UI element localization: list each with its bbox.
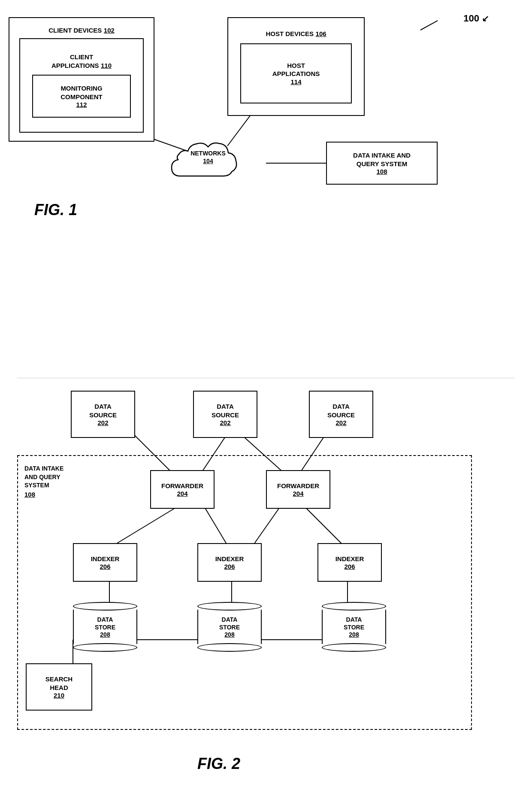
cyl2-top bbox=[197, 602, 262, 611]
monitoring-ref: 112 bbox=[76, 101, 87, 108]
indexer-3: INDEXER 206 bbox=[317, 543, 382, 582]
search-head-ref: 210 bbox=[54, 692, 64, 699]
client-apps-ref: 110 bbox=[101, 62, 112, 69]
data-intake-box-fig1: DATA INTAKE ANDQUERY SYSTEM 108 bbox=[326, 142, 438, 185]
fig2-label: FIG. 2 bbox=[197, 755, 240, 773]
fwd1-title: FORWARDER bbox=[161, 482, 203, 490]
cstore3-title: DATASTORE bbox=[344, 616, 364, 631]
fig2-label-text: FIG. 2 bbox=[197, 755, 240, 772]
search-head-box: SEARCHHEAD 210 bbox=[26, 663, 92, 711]
idx1-ref: 206 bbox=[100, 563, 110, 570]
networks-ref: 104 bbox=[203, 158, 213, 164]
datastore-2: DATASTORE 208 bbox=[197, 601, 262, 653]
fig1-label: FIG. 1 bbox=[34, 201, 77, 219]
client-devices-box: CLIENT DEVICES 102 CLIENTAPPLICATIONS 11… bbox=[9, 17, 154, 142]
cstore1-title: DATASTORE bbox=[95, 616, 115, 631]
system-label-ref: 108 bbox=[24, 491, 35, 498]
system-label-line1: DATA INTAKE bbox=[24, 465, 63, 472]
indexer-2: INDEXER 206 bbox=[197, 543, 262, 582]
host-apps-ref: 114 bbox=[290, 78, 301, 85]
cyl2-bottom bbox=[197, 643, 262, 652]
cyl3-bottom bbox=[322, 643, 386, 652]
cyl3-body: DATASTORE 208 bbox=[322, 610, 386, 644]
cyl1-top bbox=[73, 602, 137, 611]
cyl3-top bbox=[322, 602, 386, 611]
monitoring-title: MONITORINGCOMPONENT bbox=[60, 84, 103, 101]
host-apps-title: HOSTAPPLICATIONS bbox=[272, 61, 320, 78]
system-label: DATA INTAKE AND QUERY SYSTEM 108 bbox=[24, 465, 63, 499]
host-apps-box: HOSTAPPLICATIONS 114 bbox=[240, 43, 352, 103]
fwd1-ref: 204 bbox=[177, 490, 187, 497]
cstore2-ref: 208 bbox=[224, 631, 234, 638]
client-apps-title: CLIENTAPPLICATIONS bbox=[51, 53, 99, 69]
idx1-title: INDEXER bbox=[91, 555, 120, 563]
ds3-ref: 202 bbox=[336, 419, 346, 426]
data-intake-ref-fig1: 108 bbox=[376, 168, 387, 175]
cstore3-ref: 208 bbox=[349, 631, 359, 638]
data-source-3: DATASOURCE 202 bbox=[309, 391, 373, 438]
ds2-ref: 202 bbox=[220, 419, 230, 426]
data-intake-title-fig1: DATA INTAKE ANDQUERY SYSTEM bbox=[353, 151, 411, 168]
idx3-ref: 206 bbox=[344, 563, 355, 570]
networks-title: NETWORKS bbox=[190, 150, 226, 157]
client-devices-title: CLIENT DEVICES bbox=[48, 27, 102, 34]
section-divider bbox=[17, 378, 515, 378]
cstore1-ref: 208 bbox=[100, 631, 110, 638]
ref-100-text: 100 bbox=[463, 13, 479, 24]
fig2-area: DATA INTAKE AND QUERY SYSTEM 108 DATASOU… bbox=[0, 386, 532, 781]
cyl1-bottom bbox=[73, 643, 137, 652]
data-source-1: DATASOURCE 202 bbox=[71, 391, 135, 438]
indexer-1: INDEXER 206 bbox=[73, 543, 137, 582]
datastore-3: DATASTORE 208 bbox=[322, 601, 386, 653]
idx3-title: INDEXER bbox=[336, 555, 364, 563]
datastore-1: DATASTORE 208 bbox=[73, 601, 137, 653]
monitoring-component-box: MONITORINGCOMPONENT 112 bbox=[32, 75, 131, 118]
cyl2-body: DATASTORE 208 bbox=[197, 610, 262, 644]
ds1-ref: 202 bbox=[97, 419, 108, 426]
system-label-line3: SYSTEM bbox=[24, 482, 49, 489]
ref-100: 100 ↙ bbox=[463, 13, 489, 24]
system-label-line2: AND QUERY bbox=[24, 474, 60, 480]
idx2-title: INDEXER bbox=[215, 555, 244, 563]
fig1-area: 100 ↙ CLIENT DEVICES 102 CLIENTAPPLICATI… bbox=[0, 9, 532, 232]
ds2-title: DATASOURCE bbox=[212, 402, 239, 419]
networks-cloud: NETWORKS 104 bbox=[167, 133, 249, 189]
client-devices-ref: 102 bbox=[104, 27, 115, 34]
ds1-title: DATASOURCE bbox=[89, 402, 117, 419]
ds3-title: DATASOURCE bbox=[327, 402, 355, 419]
svg-line-3 bbox=[420, 21, 438, 30]
client-apps-box: CLIENTAPPLICATIONS 110 MONITORINGCOMPONE… bbox=[19, 38, 144, 133]
search-head-title: SEARCHHEAD bbox=[45, 675, 73, 692]
host-devices-ref: 106 bbox=[316, 30, 326, 37]
forwarder-1: FORWARDER 204 bbox=[150, 470, 215, 509]
fig1-label-text: FIG. 1 bbox=[34, 201, 77, 219]
host-devices-box: HOST DEVICES 106 HOSTAPPLICATIONS 114 bbox=[227, 17, 365, 116]
idx2-ref: 206 bbox=[224, 563, 235, 570]
cyl1-body: DATASTORE 208 bbox=[73, 610, 137, 644]
host-devices-title: HOST DEVICES bbox=[266, 30, 314, 37]
cstore2-title: DATASTORE bbox=[219, 616, 240, 631]
fwd2-ref: 204 bbox=[293, 490, 303, 497]
forwarder-2: FORWARDER 204 bbox=[266, 470, 330, 509]
data-source-2: DATASOURCE 202 bbox=[193, 391, 257, 438]
diagram-container: 100 ↙ CLIENT DEVICES 102 CLIENTAPPLICATI… bbox=[0, 0, 532, 802]
fwd2-title: FORWARDER bbox=[277, 482, 319, 490]
